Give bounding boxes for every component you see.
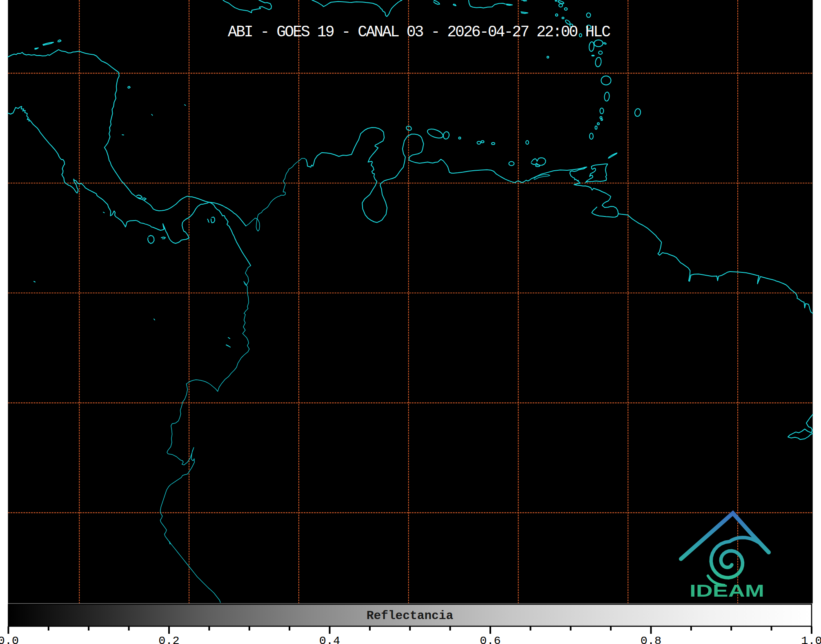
svg-text:0.4: 0.4 — [319, 634, 340, 644]
svg-text:0.0: 0.0 — [0, 634, 19, 644]
svg-text:ABI - GOES 19 - CANAL 03 - 202: ABI - GOES 19 - CANAL 03 - 2026-04-27 22… — [228, 23, 611, 41]
svg-text:0.6: 0.6 — [480, 634, 501, 644]
svg-text:1.0: 1.0 — [801, 634, 821, 644]
svg-text:0.2: 0.2 — [158, 634, 179, 644]
svg-text:Reflectancia: Reflectancia — [367, 609, 453, 623]
svg-text:IDEAM: IDEAM — [690, 581, 764, 600]
svg-text:0.8: 0.8 — [641, 634, 661, 644]
